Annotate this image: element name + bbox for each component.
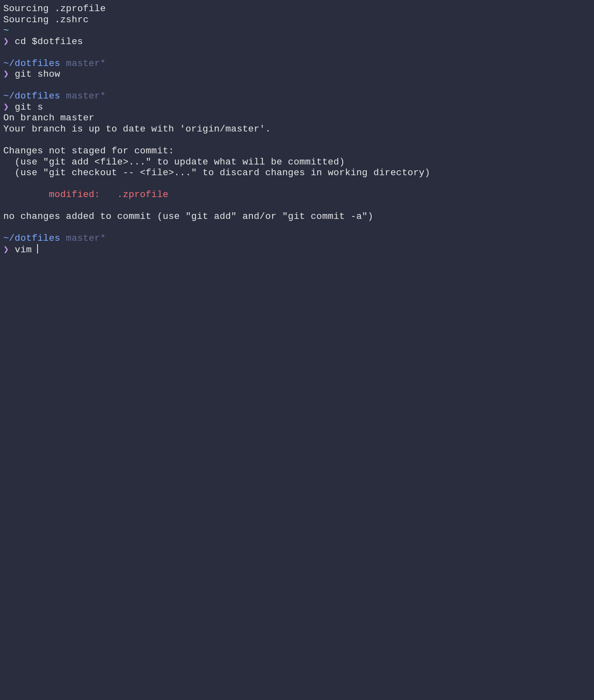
blank-line <box>3 222 591 233</box>
git-modified-file: modified: .zprofile <box>3 189 591 200</box>
sourcing-line: Sourcing .zprofile <box>3 3 591 14</box>
blank-line <box>3 135 591 146</box>
blank-line <box>3 47 591 58</box>
command-text: vim <box>9 244 38 255</box>
git-status-line: no changes added to commit (use "git add… <box>3 211 591 222</box>
command-line: ❯ git show <box>3 69 591 80</box>
path-text: ~/dotfiles <box>3 58 60 69</box>
sourcing-line: Sourcing .zshrc <box>3 14 591 26</box>
prompt-path-line: ~ <box>3 25 591 36</box>
prompt-char: ❯ <box>3 244 9 255</box>
command-text: git s <box>9 102 43 113</box>
terminal-output[interactable]: Sourcing .zprofile Sourcing .zshrc ~ ❯ c… <box>3 3 591 256</box>
prompt-path-line: ~/dotfiles master* <box>3 233 591 244</box>
git-status-line: On branch master <box>3 113 591 124</box>
path-text: ~/dotfiles <box>3 91 60 101</box>
prompt-char: ❯ <box>3 69 9 80</box>
git-status-hint: (use "git checkout -- <file>..." to disc… <box>3 167 591 179</box>
command-line-active[interactable]: ❯ vim <box>3 244 591 256</box>
git-status-line: Changes not staged for commit: <box>3 146 591 157</box>
blank-line <box>3 80 591 91</box>
branch-text: master* <box>60 58 106 69</box>
prompt-path-line: ~/dotfiles master* <box>3 91 591 102</box>
git-status-hint: (use "git add <file>..." to update what … <box>3 157 591 168</box>
prompt-path-line: ~/dotfiles master* <box>3 58 591 69</box>
branch-text: master* <box>60 91 106 101</box>
path-text: ~/dotfiles <box>3 233 60 244</box>
prompt-char: ❯ <box>3 36 9 47</box>
command-line: ❯ cd $dotfiles <box>3 36 591 47</box>
blank-line <box>3 179 591 190</box>
blank-line <box>3 200 591 211</box>
command-line: ❯ git s <box>3 102 591 113</box>
branch-text: master* <box>60 233 106 244</box>
cursor-icon <box>37 244 38 254</box>
path-text: ~ <box>3 25 9 36</box>
prompt-char: ❯ <box>3 102 9 113</box>
git-status-line: Your branch is up to date with 'origin/m… <box>3 124 591 135</box>
command-text: git show <box>9 69 60 80</box>
command-text: cd $dotfiles <box>9 36 83 47</box>
